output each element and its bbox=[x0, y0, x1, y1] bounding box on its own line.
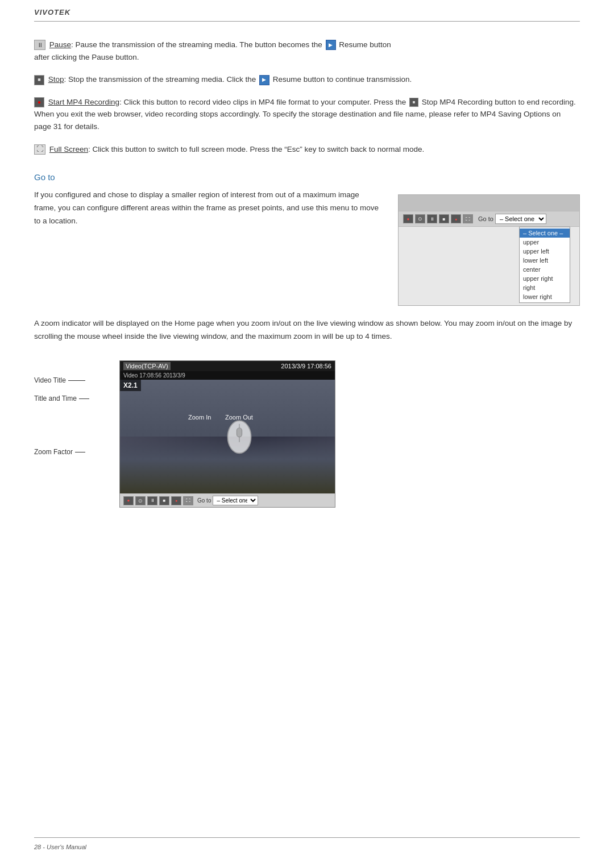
dropdown-item-upper[interactable]: upper bbox=[520, 238, 570, 247]
bottom-goto-label: Go to bbox=[197, 497, 211, 504]
resume-icon bbox=[326, 40, 336, 50]
zoom-labels: Video Title Title and Time Zoom Factor bbox=[34, 360, 97, 456]
dropdown-item-center[interactable]: center bbox=[520, 265, 570, 274]
mp4-stop-icon bbox=[409, 98, 418, 107]
pause-icon bbox=[34, 40, 45, 50]
pause-resume-label: Resume button bbox=[339, 40, 391, 49]
footer-page-label: 28 - User's Manual bbox=[34, 844, 86, 850]
fullscreen-section: Full Screen: Click this button to switch… bbox=[34, 143, 580, 156]
goto-select[interactable]: – Select one – upper upper left lower le… bbox=[495, 214, 546, 224]
stop-resume-icon bbox=[259, 75, 269, 85]
video-title-label-row: Video Title bbox=[34, 376, 97, 384]
dropdown-open-container: – Select one – upper upper left lower le… bbox=[399, 227, 579, 305]
dropdown-item-upper-right[interactable]: upper right bbox=[520, 274, 570, 283]
pause-after-text: after clicking the Pause button. bbox=[34, 53, 139, 61]
title-time-label: Title and Time bbox=[34, 394, 77, 402]
camera-datetime: 2013/3/9 17:08:56 bbox=[281, 363, 331, 369]
zoom-factor-label: Zoom Factor bbox=[34, 448, 73, 456]
bottom-toolbar-record-icon[interactable] bbox=[123, 496, 134, 505]
bottom-toolbar-dot-icon[interactable] bbox=[171, 496, 181, 505]
toolbar-record-icon[interactable] bbox=[403, 214, 413, 223]
camera-ui-top bbox=[399, 195, 579, 211]
mouse-icon bbox=[222, 411, 256, 456]
zoom-in-label: Zoom In bbox=[188, 414, 211, 421]
video-title-label: Video Title bbox=[34, 376, 66, 384]
pause-label: Pause bbox=[49, 40, 71, 49]
stop-text: : Stop the transmission of the streaming… bbox=[64, 75, 256, 84]
dropdown-item-lower-left[interactable]: lower left bbox=[520, 256, 570, 265]
goto-dropdown-mockup: Go to – Select one – upper upper left lo… bbox=[398, 194, 580, 306]
toolbar-pause-icon[interactable] bbox=[427, 214, 437, 223]
mp4-start-icon bbox=[34, 97, 44, 107]
title-time-connector bbox=[79, 398, 89, 399]
zoom-factor-label-row: Zoom Factor bbox=[34, 448, 97, 456]
stop-resume-text: Resume button to continue transmission. bbox=[273, 75, 412, 84]
zoom-demo: Video Title Title and Time Zoom Factor V… bbox=[34, 360, 580, 508]
bottom-toolbar-cam-icon[interactable] bbox=[135, 496, 146, 505]
dropdown-item-upper-left[interactable]: upper left bbox=[520, 247, 570, 256]
mp4-section: Start MP4 Recording: Click this button t… bbox=[34, 96, 580, 133]
zoom-factor-connector bbox=[75, 452, 85, 452]
camera-ui-toolbar: Go to – Select one – upper upper left lo… bbox=[399, 211, 579, 227]
video-title-connector bbox=[68, 380, 85, 381]
svg-rect-2 bbox=[237, 428, 242, 437]
camera-title-bar: Video(TCP-AV) 2013/3/9 17:08:56 bbox=[120, 361, 335, 371]
dropdown-selected-item[interactable]: – Select one – bbox=[520, 229, 570, 238]
camera-viewport: X2.1 Zoom In Zoom Out bbox=[120, 380, 335, 493]
header-bar: VIVOTEK bbox=[34, 0, 580, 22]
toolbar-goto-label: Go to bbox=[478, 215, 493, 222]
mp4-label: Start MP4 Recording bbox=[48, 98, 119, 106]
mp4-text1: : Click this button to record video clip… bbox=[119, 98, 406, 106]
camera-title-text: Video(TCP-AV) bbox=[123, 362, 171, 370]
fullscreen-icon bbox=[34, 144, 45, 155]
bottom-toolbar-fullscr-icon[interactable] bbox=[183, 496, 193, 505]
stop-section: Stop: Stop the transmission of the strea… bbox=[34, 73, 580, 86]
page-container: VIVOTEK Pause: Pause the transmission of… bbox=[0, 0, 614, 868]
camera-bottom-bar: Go to – Select one – bbox=[120, 493, 335, 507]
goto-layout: If you configured and chose to display a… bbox=[34, 189, 580, 306]
camera-view: Video(TCP-AV) 2013/3/9 17:08:56 Video 17… bbox=[119, 360, 335, 508]
camera-ui-box: Go to – Select one – upper upper left lo… bbox=[398, 194, 580, 306]
stop-icon bbox=[34, 75, 44, 85]
bottom-goto-select[interactable]: – Select one – bbox=[213, 496, 258, 505]
goto-body-text: If you configured and chose to display a… bbox=[34, 189, 381, 228]
toolbar-fullscr-icon[interactable] bbox=[463, 214, 473, 223]
goto-heading: Go to bbox=[34, 172, 580, 182]
fullscreen-text: : Click this button to switch to full sc… bbox=[88, 145, 424, 153]
brand-logo: VIVOTEK bbox=[34, 8, 70, 16]
toolbar-dot-icon[interactable] bbox=[451, 214, 461, 223]
bottom-toolbar-stop-icon[interactable] bbox=[159, 496, 169, 505]
stop-label: Stop bbox=[48, 75, 64, 84]
zoom-factor-badge: X2.1 bbox=[120, 380, 141, 391]
pause-text: : Pause the transmission of the streamin… bbox=[71, 40, 322, 49]
zoom-section-text: A zoom indicator will be displayed on th… bbox=[34, 317, 580, 343]
pause-section: Pause: Pause the transmission of the str… bbox=[34, 39, 580, 63]
camera-subtitle: Video 17:08:56 2013/3/9 bbox=[120, 371, 335, 380]
toolbar-stop-icon[interactable] bbox=[439, 214, 449, 223]
title-time-label-row: Title and Time bbox=[34, 394, 97, 402]
footer-bar: 28 - User's Manual bbox=[34, 837, 580, 851]
fullscreen-label: Full Screen bbox=[49, 145, 88, 153]
dropdown-item-lower-right[interactable]: lower right bbox=[520, 292, 570, 301]
toolbar-cam-icon[interactable] bbox=[415, 214, 425, 223]
dropdown-menu: – Select one – upper upper left lower le… bbox=[519, 227, 570, 303]
bottom-toolbar-pause-icon[interactable] bbox=[147, 496, 157, 505]
dropdown-item-right[interactable]: right bbox=[520, 283, 570, 292]
